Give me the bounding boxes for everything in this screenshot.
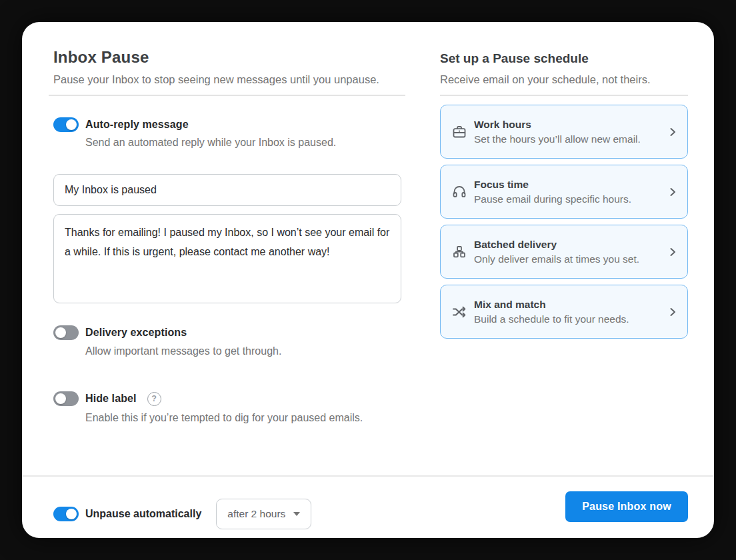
chevron-right-icon: [667, 307, 678, 317]
auto-reply-message-textarea[interactable]: Thanks for emailing! I paused my Inbox, …: [53, 214, 401, 303]
delivery-exceptions-toggle[interactable]: [53, 325, 79, 340]
schedule-section-subtitle: Receive email on your schedule, not thei…: [440, 73, 651, 86]
toggle-knob: [66, 119, 77, 130]
hide-label-description: Enable this if you’re tempted to dig for…: [85, 412, 363, 424]
duration-dropdown[interactable]: after 2 hours: [216, 499, 311, 529]
schedule-option-text: Batched delivery Only deliver emails at …: [474, 239, 663, 265]
unpause-label: Unpause automatically: [85, 508, 201, 520]
toggle-knob: [66, 509, 77, 519]
schedule-option-text: Mix and match Build a schedule to fit yo…: [474, 299, 663, 325]
chevron-right-icon: [667, 247, 678, 257]
duration-value: after 2 hours: [227, 508, 285, 520]
schedule-option-description: Pause email during specific hours.: [474, 193, 663, 205]
delivery-exceptions-label: Delivery exceptions: [85, 327, 187, 339]
auto-reply-description: Send an automated reply while your Inbox…: [85, 137, 336, 149]
auto-reply-label: Auto-reply message: [85, 119, 189, 131]
hide-label-row: Hide label ?: [53, 391, 161, 406]
batched-boxes-icon: [451, 244, 467, 260]
unpause-row: Unpause automatically after 2 hours: [53, 499, 311, 529]
schedule-option-focus-time[interactable]: Focus time Pause email during specific h…: [440, 165, 688, 219]
schedule-option-description: Set the hours you’ll allow new email.: [474, 133, 663, 145]
right-divider: [440, 95, 688, 96]
auto-reply-subject-input[interactable]: [53, 174, 401, 206]
schedule-option-text: Work hours Set the hours you’ll allow ne…: [474, 119, 663, 145]
schedule-option-description: Build a schedule to fit your needs.: [474, 313, 663, 325]
pause-inbox-now-button[interactable]: Pause Inbox now: [565, 491, 688, 522]
toggle-knob: [55, 393, 66, 404]
shuffle-icon: [451, 304, 467, 320]
delivery-exceptions-description: Allow important messages to get through.: [85, 345, 281, 357]
schedule-option-title: Work hours: [474, 119, 663, 131]
schedule-option-title: Focus time: [474, 179, 663, 191]
briefcase-icon: [451, 124, 467, 140]
help-question-icon[interactable]: ?: [147, 392, 161, 406]
page-title: Inbox Pause: [53, 48, 149, 67]
schedule-section-title: Set up a Pause schedule: [440, 51, 589, 66]
left-divider: [49, 95, 405, 96]
chevron-right-icon: [667, 187, 678, 197]
schedule-option-work-hours[interactable]: Work hours Set the hours you’ll allow ne…: [440, 105, 688, 159]
page-subtitle: Pause your Inbox to stop seeing new mess…: [53, 73, 379, 86]
unpause-toggle[interactable]: [53, 507, 79, 521]
delivery-exceptions-row: Delivery exceptions: [53, 325, 187, 340]
schedule-option-mix-and-match[interactable]: Mix and match Build a schedule to fit yo…: [440, 285, 688, 339]
schedule-option-title: Mix and match: [474, 299, 663, 311]
headphones-icon: [451, 184, 467, 200]
hide-label-toggle[interactable]: [53, 391, 79, 406]
schedule-option-batched-delivery[interactable]: Batched delivery Only deliver emails at …: [440, 225, 688, 279]
auto-reply-row: Auto-reply message: [53, 117, 189, 132]
chevron-right-icon: [667, 127, 678, 137]
inbox-pause-dialog: Inbox Pause Pause your Inbox to stop see…: [22, 22, 714, 538]
toggle-knob: [55, 327, 66, 338]
schedule-option-description: Only deliver emails at times you set.: [474, 253, 663, 265]
schedule-option-text: Focus time Pause email during specific h…: [474, 179, 663, 205]
schedule-option-title: Batched delivery: [474, 239, 663, 251]
auto-reply-toggle[interactable]: [53, 117, 79, 132]
hide-label-label: Hide label: [85, 393, 137, 405]
caret-down-icon: [293, 512, 300, 516]
footer-divider: [22, 475, 714, 477]
